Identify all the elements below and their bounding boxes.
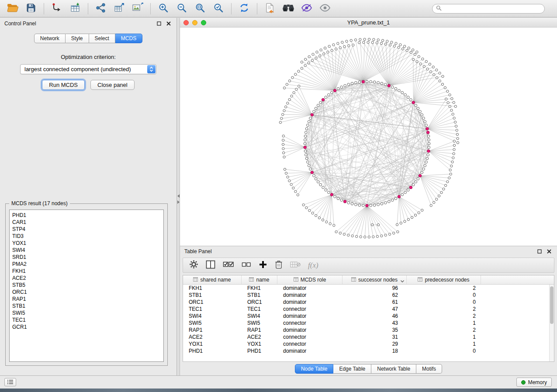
graph-hub-node[interactable]: [322, 98, 325, 101]
graph-node[interactable]: [311, 59, 313, 62]
graph-node[interactable]: [422, 168, 425, 170]
graph-node[interactable]: [397, 230, 399, 233]
deselect-all-button[interactable]: [242, 260, 251, 271]
graph-node[interactable]: [297, 194, 299, 196]
column-header-mcds-role[interactable]: MCDS role: [277, 275, 343, 284]
graph-node[interactable]: [424, 120, 426, 123]
graph-node[interactable]: [308, 62, 310, 64]
graph-node[interactable]: [304, 142, 306, 145]
graph-hub-node[interactable]: [412, 101, 415, 104]
graph-node[interactable]: [360, 236, 362, 238]
graph-node[interactable]: [445, 98, 447, 100]
select-all-button[interactable]: [223, 260, 234, 271]
minimize-window-button[interactable]: [192, 20, 197, 25]
graph-node[interactable]: [355, 203, 357, 206]
zoom-fit-button[interactable]: [193, 2, 208, 16]
graph-node[interactable]: [376, 41, 378, 44]
graph-node[interactable]: [428, 142, 430, 145]
float-table-panel-icon[interactable]: [536, 248, 543, 255]
graph-node[interactable]: [387, 200, 390, 203]
graph-hub-node[interactable]: [333, 89, 336, 92]
graph-node[interactable]: [351, 82, 353, 85]
graph-node[interactable]: [298, 85, 300, 87]
table-row[interactable]: TEC1TEC1connector472: [183, 306, 549, 313]
mcds-result-item[interactable]: SWI4: [12, 247, 161, 254]
graph-node[interactable]: [391, 41, 393, 43]
mcds-result-item[interactable]: SWI5: [12, 309, 161, 316]
graph-node[interactable]: [316, 51, 318, 53]
graph-node[interactable]: [282, 143, 284, 145]
close-table-panel-icon[interactable]: [546, 248, 553, 255]
graph-node[interactable]: [358, 204, 361, 206]
graph-node[interactable]: [334, 196, 336, 198]
table-row[interactable]: PHD1PHD1dominator180: [183, 347, 549, 354]
graph-node[interactable]: [354, 39, 356, 41]
graph-node[interactable]: [315, 178, 317, 180]
graph-node[interactable]: [282, 151, 284, 154]
mcds-result-item[interactable]: YOX1: [12, 240, 161, 247]
graph-node[interactable]: [308, 210, 311, 212]
graph-node[interactable]: [428, 139, 430, 141]
graph-node[interactable]: [456, 129, 458, 131]
graph-node[interactable]: [282, 139, 284, 141]
graph-hub-node[interactable]: [419, 174, 422, 177]
graph-node[interactable]: [384, 83, 387, 86]
graph-node[interactable]: [389, 44, 391, 46]
graph-node[interactable]: [324, 47, 326, 49]
graph-node[interactable]: [393, 45, 395, 47]
mcds-result-item[interactable]: STB5: [12, 282, 161, 289]
graph-node[interactable]: [398, 89, 401, 92]
graph-node[interactable]: [304, 154, 307, 156]
graph-node[interactable]: [363, 41, 365, 43]
graph-node[interactable]: [384, 202, 387, 204]
mcds-result-item[interactable]: ACE2: [12, 275, 161, 282]
mcds-result-item[interactable]: PMA2: [12, 261, 161, 268]
close-panel-icon[interactable]: [165, 20, 172, 27]
graph-node[interactable]: [391, 86, 394, 89]
graph-node[interactable]: [426, 68, 429, 70]
table-row[interactable]: YOX1YOX1connector291: [183, 340, 549, 347]
graph-node[interactable]: [417, 178, 419, 180]
graph-node[interactable]: [283, 87, 285, 89]
graph-node[interactable]: [425, 124, 428, 127]
graph-node[interactable]: [396, 224, 398, 226]
graph-node[interactable]: [438, 195, 440, 197]
graph-node[interactable]: [340, 86, 343, 89]
graph-node[interactable]: [301, 67, 303, 69]
import-network-button[interactable]: [49, 2, 64, 16]
graph-node[interactable]: [304, 139, 306, 141]
float-panel-icon[interactable]: [156, 20, 163, 27]
graph-node[interactable]: [313, 175, 315, 177]
graph-node[interactable]: [319, 101, 322, 104]
search-network-button[interactable]: [281, 2, 296, 16]
show-elements-button[interactable]: [318, 2, 332, 16]
graph-node[interactable]: [407, 218, 409, 220]
graph-node[interactable]: [373, 38, 375, 41]
graph-node[interactable]: [403, 45, 405, 47]
table-row[interactable]: ACE2ACE2connector311: [183, 334, 549, 340]
graph-node[interactable]: [429, 63, 431, 65]
graph-node[interactable]: [384, 234, 387, 236]
graph-node[interactable]: [449, 105, 451, 107]
graph-node[interactable]: [381, 235, 383, 237]
delete-column-button[interactable]: [275, 260, 283, 271]
graph-node[interactable]: [414, 214, 416, 216]
mcds-result-item[interactable]: TEC1: [12, 316, 161, 323]
graph-node[interactable]: [347, 202, 350, 204]
graph-node[interactable]: [284, 168, 286, 170]
graph-node[interactable]: [340, 199, 343, 202]
graph-node[interactable]: [427, 135, 430, 138]
graph-node[interactable]: [309, 117, 312, 120]
graph-node[interactable]: [341, 41, 343, 43]
graph-node[interactable]: [335, 48, 337, 50]
table-scrollbar[interactable]: [549, 285, 554, 361]
graph-node[interactable]: [325, 189, 327, 191]
graph-node[interactable]: [412, 183, 415, 186]
panel-splitter[interactable]: [177, 18, 180, 376]
graph-node[interactable]: [398, 46, 400, 48]
tab-style[interactable]: Style: [66, 34, 89, 43]
graph-node[interactable]: [426, 157, 429, 160]
graph-node[interactable]: [407, 96, 409, 99]
graph-node[interactable]: [388, 233, 391, 235]
save-session-button[interactable]: [24, 2, 38, 16]
